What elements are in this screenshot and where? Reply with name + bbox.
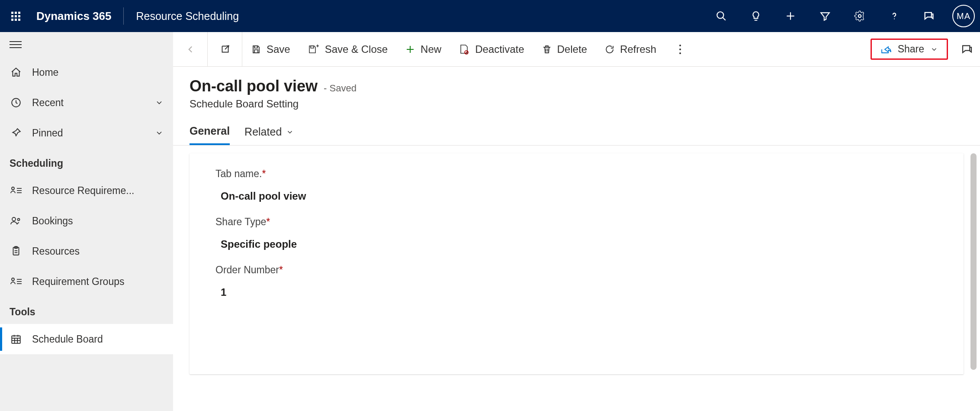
delete-button[interactable]: Delete	[533, 32, 596, 66]
side-nav: Home Recent Pinned Scheduling	[0, 32, 173, 411]
chevron-down-icon	[155, 98, 164, 107]
gear-icon[interactable]	[854, 10, 866, 22]
home-icon	[10, 67, 22, 78]
hamburger-icon	[10, 41, 22, 48]
person-list-icon	[10, 276, 22, 287]
header-separator	[123, 7, 124, 25]
record-status: - Saved	[324, 83, 357, 94]
nav-section-tools: Tools	[0, 297, 173, 324]
filter-icon[interactable]	[819, 10, 831, 22]
field-value: 1	[215, 286, 938, 298]
nav-recent[interactable]: Recent	[0, 87, 173, 118]
nav-section-scheduling: Scheduling	[0, 148, 173, 175]
nav-home[interactable]: Home	[0, 57, 173, 87]
nav-label: Bookings	[32, 215, 164, 227]
svg-point-5	[894, 18, 895, 19]
refresh-icon	[604, 44, 615, 55]
form-card: Tab name.* On-call pool view Share Type*…	[190, 153, 964, 374]
button-label: Save & Close	[325, 43, 388, 55]
save-icon	[251, 44, 261, 55]
svg-rect-30	[311, 46, 314, 48]
chevron-down-icon	[286, 128, 294, 136]
tab-related[interactable]: Related	[244, 125, 294, 145]
tab-label: General	[190, 125, 230, 137]
button-label: Refresh	[620, 43, 656, 55]
calendar-icon	[10, 333, 22, 345]
refresh-button[interactable]: Refresh	[596, 32, 665, 66]
header-icon-bar	[715, 10, 935, 22]
assistant-button[interactable]	[954, 32, 980, 66]
share-button[interactable]: Share	[871, 39, 948, 60]
svg-point-12	[18, 219, 20, 221]
global-header: Dynamics 365 Resource Scheduling MA	[0, 0, 980, 32]
deactivate-icon	[459, 44, 470, 55]
chevron-down-icon	[155, 129, 164, 137]
record-header: On-call pool view - Saved Schedule Board…	[173, 67, 980, 110]
svg-point-35	[679, 45, 681, 46]
search-icon[interactable]	[715, 10, 727, 22]
svg-point-4	[858, 15, 861, 18]
lightbulb-icon[interactable]	[750, 10, 762, 22]
save-button[interactable]: Save	[242, 32, 299, 66]
field-label: Share Type*	[215, 216, 938, 228]
field-tab-name[interactable]: Tab name.* On-call pool view	[215, 168, 938, 202]
new-button[interactable]: New	[396, 32, 450, 66]
svg-point-36	[679, 49, 681, 50]
nav-pinned[interactable]: Pinned	[0, 118, 173, 148]
tab-general[interactable]: General	[190, 125, 230, 145]
form-tabs: General Related	[173, 110, 980, 146]
record-title: On-call pool view	[190, 77, 318, 95]
svg-point-17	[12, 278, 14, 281]
save-close-icon	[308, 44, 320, 55]
chevron-down-icon	[930, 45, 938, 53]
people-icon	[10, 215, 22, 227]
main-area: Save Save & Close New Deactivate	[173, 32, 980, 411]
user-avatar[interactable]: MA	[952, 5, 975, 27]
field-value: Specific people	[215, 238, 938, 250]
svg-rect-28	[254, 46, 257, 48]
nav-label: Pinned	[32, 127, 145, 139]
help-icon[interactable]	[888, 10, 900, 22]
popout-button[interactable]	[208, 32, 242, 66]
svg-line-1	[723, 17, 726, 20]
field-label: Tab name.*	[215, 168, 938, 180]
field-order-number[interactable]: Order Number* 1	[215, 264, 938, 298]
save-close-button[interactable]: Save & Close	[299, 32, 396, 66]
svg-point-11	[12, 217, 16, 221]
field-label: Order Number*	[215, 264, 938, 276]
app-launcher-button[interactable]	[5, 12, 26, 21]
chat-icon[interactable]	[923, 10, 935, 22]
nav-requirement-groups[interactable]: Requirement Groups	[0, 266, 173, 297]
button-label: Deactivate	[475, 43, 524, 55]
record-entity: Schedule Board Setting	[190, 98, 964, 110]
avatar-initials: MA	[957, 11, 970, 21]
more-vertical-icon	[678, 44, 682, 55]
trash-icon	[542, 44, 552, 55]
clipboard-icon	[10, 246, 22, 257]
nav-bookings[interactable]: Bookings	[0, 206, 173, 236]
back-button[interactable]	[173, 32, 208, 66]
nav-label: Recent	[32, 97, 145, 109]
app-name-label: Resource Scheduling	[136, 10, 239, 23]
share-icon	[880, 45, 892, 54]
form-area: Tab name.* On-call pool view Share Type*…	[173, 146, 980, 411]
nav-resources[interactable]: Resources	[0, 236, 173, 266]
more-commands-button[interactable]	[665, 32, 695, 66]
pin-icon	[10, 127, 22, 139]
plus-icon	[405, 44, 415, 55]
nav-label: Resources	[32, 246, 164, 257]
svg-point-37	[679, 52, 681, 54]
nav-collapse-button[interactable]	[0, 32, 173, 57]
add-icon[interactable]	[784, 10, 797, 22]
nav-schedule-board[interactable]: Schedule Board	[0, 324, 173, 354]
svg-rect-21	[12, 336, 20, 343]
button-label: Save	[267, 43, 290, 55]
vertical-scrollbar[interactable]	[970, 153, 977, 370]
deactivate-button[interactable]: Deactivate	[450, 32, 533, 66]
field-share-type[interactable]: Share Type* Specific people	[215, 216, 938, 250]
brand-label: Dynamics 365	[36, 10, 111, 23]
nav-label: Requirement Groups	[32, 276, 164, 288]
nav-resource-requirements[interactable]: Resource Requireme...	[0, 175, 173, 206]
svg-rect-29	[254, 50, 258, 53]
button-label: New	[421, 43, 441, 55]
